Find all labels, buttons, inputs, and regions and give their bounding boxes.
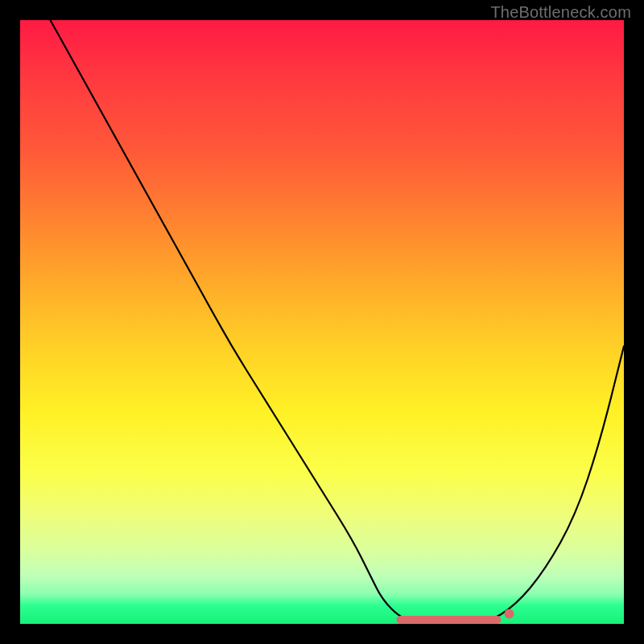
chart-frame: TheBottleneck.com (0, 0, 644, 644)
curve-path (51, 20, 625, 624)
plot-area (20, 20, 624, 624)
watermark-text: TheBottleneck.com (490, 3, 631, 22)
curve-marker-dot (505, 609, 514, 619)
bottleneck-curve (20, 20, 624, 624)
